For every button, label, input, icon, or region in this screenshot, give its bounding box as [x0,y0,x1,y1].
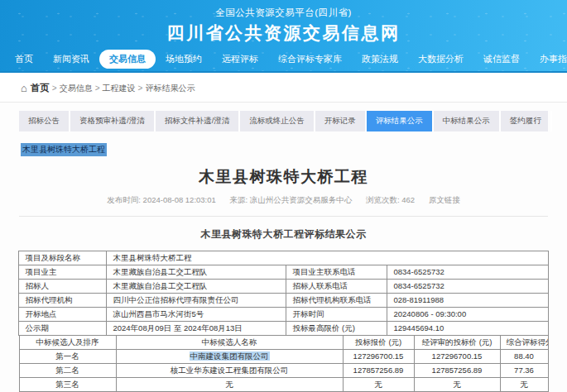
info-label: 招标代理机构 [19,294,107,308]
info-value: 四川中公正信招标代理有限责任公司 [107,294,286,308]
nav-item-integrity[interactable]: 诚信监督 [473,50,530,69]
table-row: 项目业主 木里藏族自治县工交工程队 项目业主联系电话 0834-6525732 [19,265,548,280]
tab-bid-opening-record[interactable]: 开标记录 [315,111,367,131]
candidate-name: 无 [116,378,343,392]
nav-item-remote-evaluation[interactable]: 远程评标 [212,50,268,69]
candidate-rank: 第一名 [19,350,116,364]
table-row: 第三名 无 无 无 无 [19,378,548,392]
col-header-evaluated: 经评审的投标价 (元) [414,336,500,350]
info-value: 0834-6525732 [387,280,548,294]
info-value: 凉山州西昌市马水河街5号 [107,308,286,322]
candidate-score: 88.40 [500,350,548,364]
candidate-bid: 127857256.89 [343,364,414,378]
col-header-score: 综合评标得分 [500,336,548,350]
table-row: 第二名 核工业华东建设工程集团有限公司 127857256.89 1278572… [19,364,548,378]
breadcrumb-engineering[interactable]: 工程建设 [103,83,136,94]
info-value: 木里藏族自治县工交工程队 [107,280,286,294]
table-row: 招标代理机构 四川中公正信招标代理有限责任公司 招标代理机构联系电话 028-8… [19,294,548,308]
breadcrumb-separator: > [95,84,100,93]
project-info-table: 项目及标段名称 木里县树珠特大桥工程 项目业主 木里藏族自治县工交工程队 项目业… [18,251,548,336]
candidate-evaluated-bid: 127857256.89 [414,364,500,378]
table-row: 项目及标段名称 木里县树珠特大桥工程 [19,251,548,265]
source: 来源: 凉山州公共资源交易服务中心 [229,195,352,204]
tab-prequalification-supplement[interactable]: 资格预审补遗/澄清 [70,111,156,131]
selected-project-link[interactable]: 木里县树珠特大桥工程 [21,143,107,156]
view-count: 浏览次数: 462 [366,195,415,204]
announcement-subtitle: 木里县树珠特大桥工程评标结果公示 [0,227,567,241]
table-row: 第一名 中南建设集团有限公司 127296700.15 127296700.15… [19,350,548,364]
table-header-row: 中标候选人及排序 中标候选人名称 投标报价 (元) 经评审的投标价 (元) 综合… [19,336,548,350]
breadcrumb-trade-info[interactable]: 交易信息 [60,83,93,94]
info-value: 028-81911988 [387,294,548,308]
original-link[interactable]: 原文链接 [429,195,460,204]
info-label: 开标地点 [19,308,107,322]
breadcrumb-evaluation-result: 评标结果公示 [145,83,195,94]
site-banner: 全国公共资源交易平台(四川省) 四川省公共资源交易信息网 [0,0,567,45]
breadcrumb-separator: > [138,84,143,93]
info-label: 招标人 [19,280,107,294]
info-label: 项目及标段名称 [19,251,107,265]
info-label: 公示期 [19,322,107,336]
tab-award-result[interactable]: 中标结果公示 [434,111,501,131]
article-meta: 发布时间: 2024-08-08 12:03:01 来源: 凉山州公共资源交易服… [0,195,567,206]
main-nav: 首页 新闻资讯 交易信息 场地预约 远程评标 综合评标专家库 政策法规 大数据分… [0,46,567,72]
candidate-score: 77.36 [500,364,548,378]
info-value: 木里县树珠特大桥工程 [107,251,548,265]
col-header-name: 中标候选人名称 [116,336,343,350]
candidate-evaluated-bid: 127296700.15 [414,350,500,364]
info-value: 2024年08月09日 至 2024年08月13日 [107,322,286,336]
nav-item-news[interactable]: 新闻资讯 [43,50,99,69]
info-value: 木里藏族自治县工交工程队 [107,265,286,280]
info-label: 投标最高限价 (元) [286,322,387,336]
publish-time: 发布时间: 2024-08-08 12:03:01 [107,195,216,204]
nav-item-expert-pool[interactable]: 综合评标专家库 [268,50,352,69]
category-tabs: 招标公告 资格预审补遗/澄清 招标文件补遗/澄清 流标或终止公告 开标记录 评标… [19,111,548,131]
selected-candidate-name: 中南建设集团有限公司 [190,351,270,361]
table-row: 开标地点 凉山州西昌市马水河街5号 开标时间 20240806 - 09:30:… [19,308,548,322]
divider [19,216,548,217]
candidate-name: 中南建设集团有限公司 [116,350,343,364]
nav-item-venue-booking[interactable]: 场地预约 [156,50,212,69]
site-header: 全国公共资源交易平台(四川省) 四川省公共资源交易信息网 首页 新闻资讯 交易信… [0,0,567,73]
nav-item-home[interactable]: 首页 [5,50,43,69]
nav-item-guide[interactable]: 办事指南 [530,50,567,69]
candidate-bid: 无 [343,378,414,392]
page-title: 木里县树珠特大桥工程 [0,166,567,188]
info-label: 项目业主联系电话 [286,265,387,280]
table-row: 招标人 木里藏族自治县工交工程队 招标人联系电话 0834-6525732 [19,280,548,294]
candidates-table: 中标候选人及排序 中标候选人名称 投标报价 (元) 经评审的投标价 (元) 综合… [19,335,549,392]
tab-contract-performance[interactable]: 签约履行 [501,111,552,131]
info-value: 20240806 - 09:30:00 [387,308,548,322]
platform-title: 全国公共资源交易平台(四川省) [0,7,567,19]
nav-item-big-data[interactable]: 大数据分析 [408,50,473,69]
table-row: 公示期 2024年08月09日 至 2024年08月13日 投标最高限价 (元)… [19,322,548,336]
info-value: 129445694.10 [387,322,548,336]
candidate-score: 无 [500,378,548,392]
candidate-rank: 第二名 [19,364,116,378]
home-icon: ⌂ [21,84,27,93]
tab-tender-announcement[interactable]: 招标公告 [19,111,70,131]
nav-item-policies[interactable]: 政策法规 [352,50,408,69]
breadcrumb-home[interactable]: 首页 [31,82,50,94]
tab-tender-doc-supplement[interactable]: 招标文件补遗/澄清 [156,111,241,131]
tab-failed-or-terminated[interactable]: 流标或终止公告 [240,111,315,131]
candidate-evaluated-bid: 无 [414,378,500,392]
info-label: 招标代理机构联系电话 [286,294,387,308]
info-value: 0834-6525732 [387,265,548,280]
candidate-name: 核工业华东建设工程集团有限公司 [116,364,343,378]
breadcrumb-separator: > [52,84,57,93]
col-header-rank: 中标候选人及排序 [19,336,116,350]
col-header-bid: 投标报价 (元) [343,336,414,350]
nav-item-trade-info[interactable]: 交易信息 [99,50,156,69]
info-label: 项目业主 [19,265,107,280]
candidate-rank: 第三名 [19,378,116,392]
info-label: 招标人联系电话 [286,280,387,294]
site-title: 四川省公共资源交易信息网 [0,22,567,45]
breadcrumb: ⌂ 首页 > 交易信息 > 工程建设 > 评标结果公示 [0,73,567,103]
info-label: 开标时间 [286,308,387,322]
candidate-bid: 127296700.15 [343,350,414,364]
tab-evaluation-result[interactable]: 评标结果公示 [367,111,434,131]
